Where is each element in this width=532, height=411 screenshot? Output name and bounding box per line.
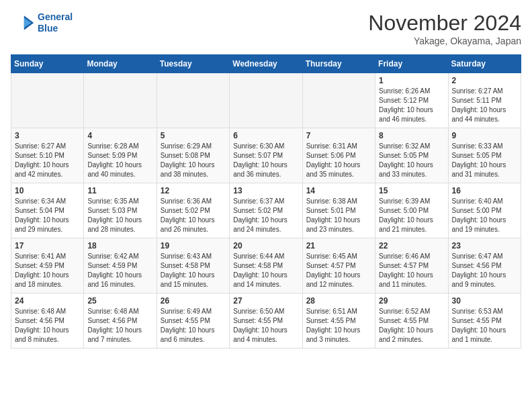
day-info: Sunrise: 6:47 AMSunset: 4:56 PMDaylight:… (452, 252, 517, 289)
weekday-header-saturday: Saturday (448, 55, 521, 73)
day-info: Sunrise: 6:34 AMSunset: 5:04 PMDaylight:… (15, 197, 80, 234)
calendar-week-row: 17Sunrise: 6:41 AMSunset: 4:59 PMDayligh… (11, 238, 521, 293)
calendar-cell (230, 73, 302, 128)
day-number: 30 (452, 296, 517, 306)
day-number: 16 (452, 186, 517, 195)
calendar-cell: 2Sunrise: 6:27 AMSunset: 5:11 PMDaylight… (448, 73, 521, 128)
day-info: Sunrise: 6:32 AMSunset: 5:05 PMDaylight:… (379, 142, 444, 179)
logo: General Blue (11, 11, 73, 35)
day-info: Sunrise: 6:50 AMSunset: 4:55 PMDaylight:… (233, 307, 298, 345)
calendar-cell (302, 73, 375, 128)
day-number: 14 (306, 186, 371, 195)
weekday-header-friday: Friday (375, 55, 448, 73)
calendar-cell: 10Sunrise: 6:34 AMSunset: 5:04 PMDayligh… (11, 183, 84, 238)
day-info: Sunrise: 6:45 AMSunset: 4:57 PMDaylight:… (306, 252, 371, 289)
day-info: Sunrise: 6:27 AMSunset: 5:11 PMDaylight:… (452, 87, 517, 124)
day-number: 4 (87, 131, 152, 140)
calendar-cell: 17Sunrise: 6:41 AMSunset: 4:59 PMDayligh… (11, 238, 84, 293)
day-number: 9 (452, 131, 517, 140)
day-number: 5 (161, 131, 226, 140)
weekday-header-monday: Monday (84, 55, 157, 73)
day-info: Sunrise: 6:31 AMSunset: 5:06 PMDaylight:… (306, 142, 371, 179)
day-info: Sunrise: 6:48 AMSunset: 4:56 PMDaylight:… (87, 307, 152, 345)
calendar-cell: 7Sunrise: 6:31 AMSunset: 5:06 PMDaylight… (302, 128, 375, 183)
calendar-cell: 18Sunrise: 6:42 AMSunset: 4:59 PMDayligh… (84, 238, 157, 293)
calendar-cell: 24Sunrise: 6:48 AMSunset: 4:56 PMDayligh… (11, 293, 84, 349)
day-info: Sunrise: 6:53 AMSunset: 4:55 PMDaylight:… (452, 307, 517, 345)
calendar-cell: 5Sunrise: 6:29 AMSunset: 5:08 PMDaylight… (157, 128, 229, 183)
logo-icon (11, 11, 35, 35)
weekday-header-thursday: Thursday (302, 55, 375, 73)
day-number: 15 (379, 186, 444, 195)
calendar-cell: 14Sunrise: 6:38 AMSunset: 5:01 PMDayligh… (302, 183, 375, 238)
day-number: 22 (379, 241, 444, 250)
day-number: 8 (379, 131, 444, 140)
day-info: Sunrise: 6:44 AMSunset: 4:58 PMDaylight:… (233, 252, 298, 289)
calendar-cell: 29Sunrise: 6:52 AMSunset: 4:55 PMDayligh… (375, 293, 448, 349)
location: Yakage, Okayama, Japan (368, 36, 521, 46)
day-info: Sunrise: 6:33 AMSunset: 5:05 PMDaylight:… (452, 142, 517, 179)
calendar-cell: 22Sunrise: 6:46 AMSunset: 4:57 PMDayligh… (375, 238, 448, 293)
day-number: 7 (306, 131, 371, 140)
calendar-week-row: 1Sunrise: 6:26 AMSunset: 5:12 PMDaylight… (11, 73, 521, 128)
calendar-header-row: SundayMondayTuesdayWednesdayThursdayFrid… (11, 55, 521, 73)
calendar-cell: 13Sunrise: 6:37 AMSunset: 5:02 PMDayligh… (230, 183, 302, 238)
calendar-cell: 23Sunrise: 6:47 AMSunset: 4:56 PMDayligh… (448, 238, 521, 293)
month-title: November 2024 (368, 11, 521, 36)
calendar-cell: 4Sunrise: 6:28 AMSunset: 5:09 PMDaylight… (84, 128, 157, 183)
title-block: November 2024 Yakage, Okayama, Japan (368, 11, 521, 46)
day-number: 28 (306, 296, 371, 306)
day-number: 11 (87, 186, 152, 195)
day-number: 13 (233, 186, 298, 195)
calendar-cell: 1Sunrise: 6:26 AMSunset: 5:12 PMDaylight… (375, 73, 448, 128)
day-info: Sunrise: 6:51 AMSunset: 4:55 PMDaylight:… (306, 307, 371, 345)
calendar-table: SundayMondayTuesdayWednesdayThursdayFrid… (11, 54, 521, 349)
day-number: 24 (15, 296, 80, 306)
calendar-week-row: 3Sunrise: 6:27 AMSunset: 5:10 PMDaylight… (11, 128, 521, 183)
calendar-cell: 30Sunrise: 6:53 AMSunset: 4:55 PMDayligh… (448, 293, 521, 349)
day-info: Sunrise: 6:37 AMSunset: 5:02 PMDaylight:… (233, 197, 298, 234)
day-number: 29 (379, 296, 444, 306)
day-number: 26 (161, 296, 226, 306)
calendar-cell: 6Sunrise: 6:30 AMSunset: 5:07 PMDaylight… (230, 128, 302, 183)
calendar-cell: 3Sunrise: 6:27 AMSunset: 5:10 PMDaylight… (11, 128, 84, 183)
calendar-cell: 20Sunrise: 6:44 AMSunset: 4:58 PMDayligh… (230, 238, 302, 293)
day-number: 10 (15, 186, 80, 195)
day-info: Sunrise: 6:35 AMSunset: 5:03 PMDaylight:… (87, 197, 152, 234)
day-info: Sunrise: 6:29 AMSunset: 5:08 PMDaylight:… (161, 142, 226, 179)
calendar-cell: 12Sunrise: 6:36 AMSunset: 5:02 PMDayligh… (157, 183, 229, 238)
calendar-cell: 16Sunrise: 6:40 AMSunset: 5:00 PMDayligh… (448, 183, 521, 238)
logo-blue: Blue (38, 23, 58, 34)
day-info: Sunrise: 6:52 AMSunset: 4:55 PMDaylight:… (379, 307, 444, 345)
day-info: Sunrise: 6:49 AMSunset: 4:55 PMDaylight:… (161, 307, 226, 345)
day-info: Sunrise: 6:46 AMSunset: 4:57 PMDaylight:… (379, 252, 444, 289)
calendar-cell: 26Sunrise: 6:49 AMSunset: 4:55 PMDayligh… (157, 293, 229, 349)
day-info: Sunrise: 6:41 AMSunset: 4:59 PMDaylight:… (15, 252, 80, 289)
day-info: Sunrise: 6:48 AMSunset: 4:56 PMDaylight:… (15, 307, 80, 345)
calendar-cell: 25Sunrise: 6:48 AMSunset: 4:56 PMDayligh… (84, 293, 157, 349)
day-number: 20 (233, 241, 298, 250)
day-number: 23 (452, 241, 517, 250)
day-number: 25 (87, 296, 152, 306)
day-info: Sunrise: 6:26 AMSunset: 5:12 PMDaylight:… (379, 87, 444, 124)
calendar-cell: 28Sunrise: 6:51 AMSunset: 4:55 PMDayligh… (302, 293, 375, 349)
day-info: Sunrise: 6:43 AMSunset: 4:58 PMDaylight:… (161, 252, 226, 289)
calendar-week-row: 10Sunrise: 6:34 AMSunset: 5:04 PMDayligh… (11, 183, 521, 238)
calendar-cell: 21Sunrise: 6:45 AMSunset: 4:57 PMDayligh… (302, 238, 375, 293)
day-number: 3 (15, 131, 80, 140)
day-info: Sunrise: 6:42 AMSunset: 4:59 PMDaylight:… (87, 252, 152, 289)
day-number: 1 (379, 76, 444, 85)
day-info: Sunrise: 6:39 AMSunset: 5:00 PMDaylight:… (379, 197, 444, 234)
day-number: 2 (452, 76, 517, 85)
day-info: Sunrise: 6:38 AMSunset: 5:01 PMDaylight:… (306, 197, 371, 234)
day-number: 18 (87, 241, 152, 250)
day-number: 12 (161, 186, 226, 195)
day-number: 19 (161, 241, 226, 250)
day-number: 27 (233, 296, 298, 306)
calendar-cell (84, 73, 157, 128)
page-header: General Blue November 2024 Yakage, Okaya… (11, 11, 521, 46)
day-info: Sunrise: 6:27 AMSunset: 5:10 PMDaylight:… (15, 142, 80, 179)
day-number: 6 (233, 131, 298, 140)
calendar-cell: 19Sunrise: 6:43 AMSunset: 4:58 PMDayligh… (157, 238, 229, 293)
weekday-header-wednesday: Wednesday (230, 55, 302, 73)
